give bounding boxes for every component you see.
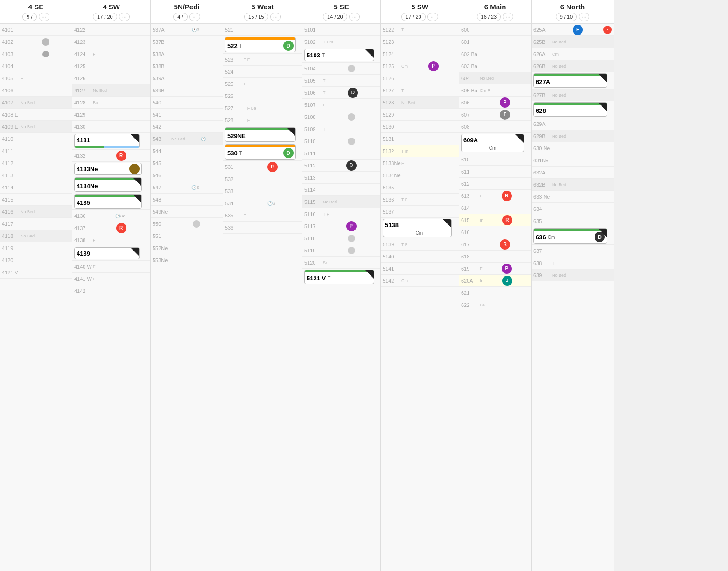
card-room-number: 4131	[77, 137, 90, 144]
stat-badge-4se: 9 /	[22, 13, 36, 21]
room-card-5138[interactable]: 5138 T Cm	[383, 219, 452, 237]
list-item: 5138 T Cm	[381, 218, 459, 238]
list-item: 4136🕐32	[72, 210, 150, 222]
list-item: 5124	[381, 48, 459, 60]
list-item: 5118	[302, 232, 380, 244]
list-item: 4127No Bed	[72, 84, 150, 97]
list-item: 4128Ba	[72, 97, 150, 109]
list-item: 4119	[0, 242, 72, 254]
list-item: 5136T F	[381, 194, 459, 206]
room-card-4131[interactable]: 4131	[74, 134, 140, 148]
list-item: 4101	[0, 24, 72, 36]
room-card-530[interactable]: 530 T D	[225, 144, 296, 160]
list-item: 524	[223, 66, 302, 78]
list-item: 526T	[223, 90, 302, 102]
badge-P: P	[428, 61, 439, 71]
list-item: 635	[532, 215, 614, 227]
menu-btn-6main[interactable]: ···	[503, 13, 513, 21]
list-item: 601	[459, 36, 531, 48]
col-stats-5se: 14 / 20 ···	[306, 13, 377, 21]
list-item: 630 Ne	[532, 142, 614, 154]
column-5npedi: 5N/Pedi 4 / ··· 537A🕐3 537B 538A 538B 53…	[151, 0, 223, 571]
menu-btn-5sw[interactable]: ···	[427, 13, 438, 21]
list-item: 604No Bed	[459, 72, 531, 84]
list-item: 531R	[223, 161, 302, 173]
list-item: 4142	[72, 285, 150, 297]
list-item: 638T	[532, 257, 614, 269]
menu-btn-5npedi[interactable]: ···	[189, 13, 200, 21]
list-item: 613FR	[459, 190, 531, 202]
status-dot	[348, 113, 355, 121]
room-card-636[interactable]: 636 Cm D	[533, 228, 607, 244]
list-item: 637	[532, 245, 614, 257]
col-header-5west: 5 West 15 / 15 ···	[223, 0, 302, 24]
list-item: 547🕐S	[151, 181, 223, 194]
room-card-628[interactable]: 628	[533, 102, 607, 117]
room-card-529ne[interactable]: 529NE	[225, 127, 296, 142]
menu-btn-4sw[interactable]: ···	[119, 13, 130, 21]
list-item: 4137R	[72, 222, 150, 234]
menu-btn-5se[interactable]: ···	[349, 13, 360, 21]
col-title-5se: 5 SE	[306, 3, 377, 11]
list-item: 4113	[0, 169, 72, 181]
col-body-4se: 4101 4102 4103 4104 4105F 4106 4107No Be…	[0, 24, 72, 571]
room-card-4139[interactable]: 4139	[74, 247, 140, 259]
room-card-5121v[interactable]: 5121 V T	[304, 270, 374, 284]
room-card-609a[interactable]: 609A Cm	[461, 134, 524, 152]
list-item: 5129	[381, 109, 459, 121]
list-item: 4129	[72, 109, 150, 121]
col-header-5sw: 5 SW 17 / 20 ···	[381, 0, 459, 24]
card-room-number: 4134Ne	[77, 182, 98, 189]
corner-triangle	[598, 74, 607, 82]
list-item: 4125	[72, 60, 150, 72]
room-card-5103[interactable]: 5103 T	[304, 49, 374, 61]
badge-R: R	[267, 162, 278, 172]
list-item: 5123	[381, 36, 459, 48]
card-footer: T Cm	[383, 230, 451, 237]
list-item: 617R	[459, 238, 531, 251]
list-item: 5107F	[302, 99, 380, 111]
room-card-4133ne[interactable]: 4133Ne	[74, 163, 142, 175]
status-dot	[42, 38, 49, 46]
list-item: 5132T In	[381, 145, 459, 157]
list-item: 616	[459, 226, 531, 238]
list-item: 5135	[381, 181, 459, 194]
list-item: 540	[151, 97, 223, 109]
menu-btn-5west[interactable]: ···	[270, 13, 281, 21]
column-4se: 4 SE 9 / ··· 4101 4102 4103 4104 4105F 4…	[0, 0, 72, 571]
list-item: 4133Ne	[72, 162, 150, 176]
menu-btn-6north[interactable]: ···	[579, 13, 589, 21]
col-title-6main: 6 Main	[463, 3, 527, 11]
list-item: 610	[459, 153, 531, 166]
list-item: 4108 E	[0, 109, 72, 121]
card-room-number: 4139	[77, 250, 90, 257]
corner-triangle	[133, 195, 141, 203]
list-item: 602 Ba	[459, 48, 531, 60]
col-body-5npedi: 537A🕐3 537B 538A 538B 539A 539B 540 541 …	[151, 24, 223, 571]
col-body-5sw: 5122T 5123 5124 5125CmP 5126 5127T 5128N…	[381, 24, 459, 571]
list-item: 542	[151, 121, 223, 133]
room-card-522[interactable]: 522 T D	[225, 37, 296, 52]
menu-btn-4se[interactable]: ···	[39, 13, 49, 21]
room-card-627a[interactable]: 627A	[533, 73, 607, 88]
col-body-5se: 5101 5102T Cm 5103 T 5104 5105T 5106TD 5…	[302, 24, 380, 571]
corner-triangle	[443, 219, 451, 228]
col-header-5se: 5 SE 14 / 20 ···	[302, 0, 380, 24]
badge-R: R	[500, 239, 510, 250]
col-stats-5sw: 17 / 20 ···	[385, 13, 455, 21]
list-item: 634	[532, 203, 614, 215]
list-item: 4107No Bed	[0, 97, 72, 109]
list-item: 550	[151, 218, 223, 230]
list-item: 5122T	[381, 24, 459, 36]
list-item: 5125CmP	[381, 60, 459, 72]
col-stats-4sw: 17 / 20 ···	[76, 13, 147, 21]
list-item: 5105T	[302, 75, 380, 87]
room-card-4134ne[interactable]: 4134Ne	[74, 177, 142, 192]
room-card-4135[interactable]: 4135	[74, 194, 142, 209]
list-item: 4103	[0, 48, 72, 60]
list-item: 538A	[151, 48, 223, 60]
list-item: 615InR	[459, 214, 531, 226]
list-item: 626ACm	[532, 48, 614, 60]
green-bar	[75, 146, 104, 148]
list-item: 5133NeF	[381, 157, 459, 169]
